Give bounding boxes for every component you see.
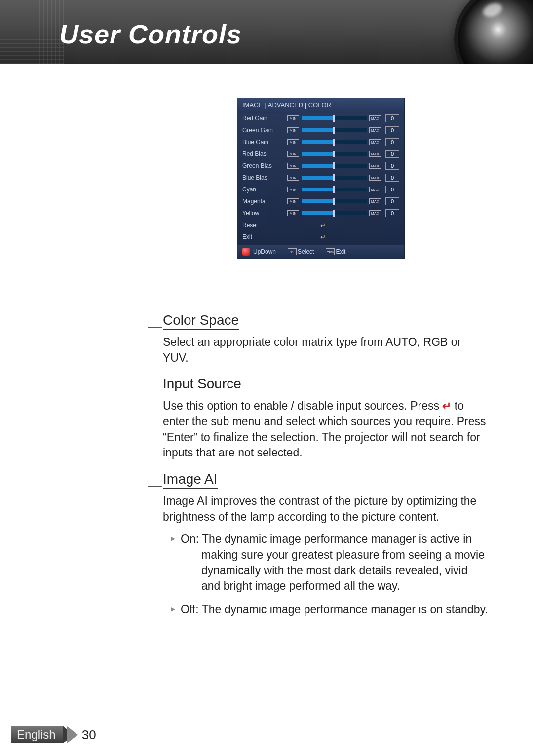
updown-label: UpDown (253, 248, 276, 255)
updown-button-icon (242, 248, 250, 256)
lead-line (148, 327, 162, 328)
input-source-body: Use this option to enable / disable inpu… (163, 398, 489, 461)
osd-label: Magenta (242, 198, 286, 205)
content-body: Color Space Select an appropriate color … (148, 313, 489, 626)
max-badge: MAX (369, 187, 381, 192)
max-badge: MAX (369, 198, 381, 204)
osd-value: 0 (385, 162, 399, 170)
slider[interactable] (302, 188, 367, 191)
osd-reset-label: Reset (242, 222, 286, 228)
bullet-rest: The dynamic image performance manager is… (199, 532, 472, 545)
bullet-arrow-icon: ▸ (171, 531, 181, 594)
slider-thumb[interactable] (333, 210, 335, 217)
section-title-color-space: Color Space (163, 313, 239, 330)
section-title-input-source: Input Source (163, 377, 241, 393)
slider[interactable] (302, 128, 367, 132)
select-button-icon: ↵ (288, 248, 297, 255)
select-label: Select (298, 248, 314, 255)
osd-label: Red Bias (242, 151, 286, 157)
slider[interactable] (302, 116, 367, 120)
osd-menu: IMAGE | ADVANCED | COLOR Red Gain MIN MA… (237, 98, 405, 259)
bullet-text: On: The dynamic image performance manage… (181, 531, 489, 594)
osd-reset-row[interactable]: Reset ↵ (242, 219, 399, 231)
image-ai-bullets: ▸ On: The dynamic image performance mana… (171, 531, 489, 618)
section-head: Input Source (148, 377, 489, 393)
bullet-arrow-icon: ▸ (171, 602, 181, 618)
osd-row[interactable]: Cyan MIN MAX 0 (242, 184, 399, 195)
osd-label: Green Bias (242, 162, 286, 169)
osd-row[interactable]: Blue Gain MIN MAX 0 (242, 136, 399, 148)
osd-row[interactable]: Green Bias MIN MAX 0 (242, 160, 399, 172)
osd-row[interactable]: Blue Bias MIN MAX 0 (242, 172, 399, 184)
osd-rows: Red Gain MIN MAX 0 Green Gain MIN MAX 0 … (237, 113, 404, 245)
max-badge: MAX (369, 115, 381, 121)
osd-value: 0 (385, 150, 399, 158)
section-head: Color Space (148, 313, 489, 330)
osd-breadcrumb: IMAGE | ADVANCED | COLOR (237, 98, 404, 113)
osd-row[interactable]: Green Gain MIN MAX 0 (242, 124, 399, 136)
lead-line (148, 486, 162, 487)
osd-row[interactable]: Magenta MIN MAX 0 (242, 195, 399, 207)
osd-label: Green Gain (242, 127, 286, 134)
slider-thumb[interactable] (333, 139, 335, 146)
enter-icon: ↵ (320, 233, 326, 241)
osd-value: 0 (385, 126, 399, 134)
footer-chevron-icon (67, 726, 78, 743)
slider-thumb[interactable] (333, 198, 335, 205)
min-badge: MIN (287, 175, 299, 181)
slider-thumb[interactable] (333, 174, 335, 181)
bullet-head: Off: (181, 603, 199, 616)
slider-thumb[interactable] (333, 151, 335, 157)
lens-graphic (454, 0, 533, 64)
image-ai-body: Image AI improves the contrast of the pi… (163, 493, 489, 525)
osd-exit-row[interactable]: Exit ↵ (242, 231, 399, 243)
min-badge: MIN (287, 115, 299, 121)
list-item: ▸ On: The dynamic image performance mana… (171, 531, 489, 594)
bullet-rest: The dynamic image performance manager is… (199, 603, 488, 616)
osd-row[interactable]: Red Bias MIN MAX 0 (242, 148, 399, 160)
slider[interactable] (302, 140, 367, 144)
slider[interactable] (302, 199, 367, 203)
footer-language: English (11, 726, 64, 743)
slider[interactable] (302, 176, 367, 180)
osd-row[interactable]: Red Gain MIN MAX 0 (242, 113, 399, 124)
color-space-body: Select an appropriate color matrix type … (163, 335, 489, 366)
min-badge: MIN (287, 198, 299, 204)
header-grid-decoration (0, 0, 64, 64)
input-source-pre: Use this option to enable / disable inpu… (163, 399, 442, 412)
osd-footer: UpDown ↵ Select Menu Exit (237, 245, 404, 259)
slider-thumb[interactable] (333, 186, 335, 193)
max-badge: MAX (369, 163, 381, 169)
osd-value: 0 (385, 209, 399, 217)
slider-thumb[interactable] (333, 127, 335, 134)
slider[interactable] (302, 211, 367, 215)
page-footer: English 30 (11, 726, 96, 743)
slider[interactable] (302, 152, 367, 156)
min-badge: MIN (287, 139, 299, 145)
osd-value: 0 (385, 114, 399, 122)
list-item: ▸ Off: The dynamic image performance man… (171, 602, 489, 618)
slider-thumb[interactable] (333, 115, 335, 122)
osd-label: Cyan (242, 186, 286, 193)
osd-value: 0 (385, 138, 399, 146)
bullet-cont: making sure your greatest pleasure from … (201, 547, 489, 594)
min-badge: MIN (287, 151, 299, 157)
osd-row[interactable]: Yellow MIN MAX 0 (242, 207, 399, 219)
osd-value: 0 (385, 197, 399, 205)
osd-label: Blue Bias (242, 174, 286, 181)
menu-button-icon: Menu (326, 248, 335, 255)
max-badge: MAX (369, 151, 381, 157)
page-header: User Controls (0, 0, 533, 64)
slider[interactable] (302, 164, 367, 168)
max-badge: MAX (369, 127, 381, 133)
slider-thumb[interactable] (333, 162, 335, 169)
min-badge: MIN (287, 163, 299, 169)
bullet-text: Off: The dynamic image performance manag… (181, 602, 488, 618)
osd-exit-label: Exit (242, 233, 286, 240)
section-head: Image AI (148, 472, 489, 489)
osd-value: 0 (385, 174, 399, 182)
section-title-image-ai: Image AI (163, 472, 218, 489)
osd-label: Red Gain (242, 115, 286, 122)
footer-exit-label: Exit (336, 248, 345, 255)
enter-icon: ↵ (442, 400, 451, 412)
